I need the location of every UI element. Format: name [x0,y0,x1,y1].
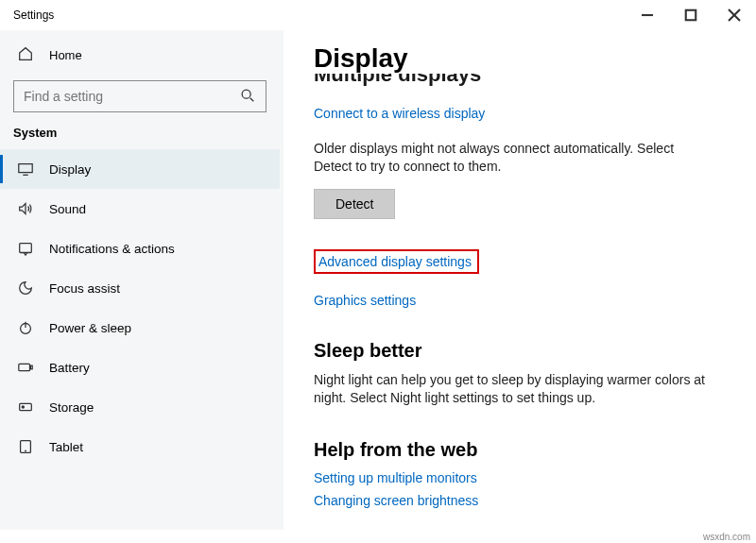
sidebar-item-display[interactable]: Display [0,149,280,189]
connect-wireless-link[interactable]: Connect to a wireless display [314,106,485,121]
titlebar: Settings [0,0,756,30]
sidebar-item-label: Focus assist [49,281,120,296]
close-button[interactable] [713,0,756,30]
sidebar: Home System Display Sound [0,30,284,530]
search-box[interactable] [13,80,266,112]
power-icon [17,319,34,336]
notifications-icon [17,240,34,257]
minimize-button[interactable] [626,0,669,30]
sleep-better-heading: Sleep better [314,340,735,362]
search-wrap [0,75,280,122]
window-controls [626,0,756,30]
svg-rect-8 [20,244,32,253]
storage-icon [17,399,34,416]
help-link-monitors[interactable]: Setting up multiple monitors [314,470,477,485]
sidebar-item-tablet[interactable]: Tablet [0,427,280,467]
help-link-brightness[interactable]: Changing screen brightness [314,493,478,508]
svg-rect-6 [19,164,32,173]
focus-icon [17,280,34,297]
display-icon [17,161,34,178]
svg-rect-11 [19,364,30,370]
sidebar-item-notifications[interactable]: Notifications & actions [0,229,280,268]
page-title: Display [314,43,735,74]
graphics-settings-link[interactable]: Graphics settings [314,293,416,308]
search-icon [239,87,256,107]
svg-point-14 [22,406,24,408]
maximize-button[interactable] [669,0,713,30]
sidebar-item-label: Battery [49,361,90,375]
sleep-better-text: Night light can help you get to sleep by… [314,371,711,407]
svg-line-5 [250,97,254,101]
tablet-icon [17,438,34,455]
battery-icon [17,359,34,376]
sidebar-item-battery[interactable]: Battery [0,348,280,387]
app-body: Home System Display Sound [0,30,756,530]
content-pane: Display Multiple displays Connect to a w… [284,30,756,530]
home-row[interactable]: Home [0,36,280,75]
sidebar-item-label: Notifications & actions [49,242,175,256]
sidebar-item-label: Tablet [49,440,83,454]
advanced-display-link[interactable]: Advanced display settings [318,254,472,269]
sidebar-item-label: Storage [49,400,94,415]
sound-icon [17,200,34,217]
section-label: System [0,122,280,149]
home-label: Home [49,48,82,62]
multiple-displays-heading: Multiple displays [314,74,735,87]
svg-point-4 [242,90,250,98]
sidebar-item-power[interactable]: Power & sleep [0,308,280,348]
sidebar-item-sound[interactable]: Sound [0,189,280,229]
sidebar-item-label: Display [49,162,91,177]
help-heading: Help from the web [314,439,735,461]
svg-rect-12 [30,365,32,369]
detect-button[interactable]: Detect [314,189,395,219]
watermark: wsxdn.com [703,532,750,542]
advanced-display-highlight: Advanced display settings [314,249,479,274]
sidebar-item-label: Power & sleep [49,321,131,335]
sidebar-item-focus[interactable]: Focus assist [0,268,280,308]
home-icon [17,45,34,65]
sidebar-item-label: Sound [49,202,86,216]
search-input[interactable] [24,89,239,104]
older-displays-text: Older displays might not always connect … [314,140,711,176]
window-title: Settings [13,8,54,22]
svg-rect-1 [686,10,696,21]
sidebar-item-storage[interactable]: Storage [0,387,280,427]
